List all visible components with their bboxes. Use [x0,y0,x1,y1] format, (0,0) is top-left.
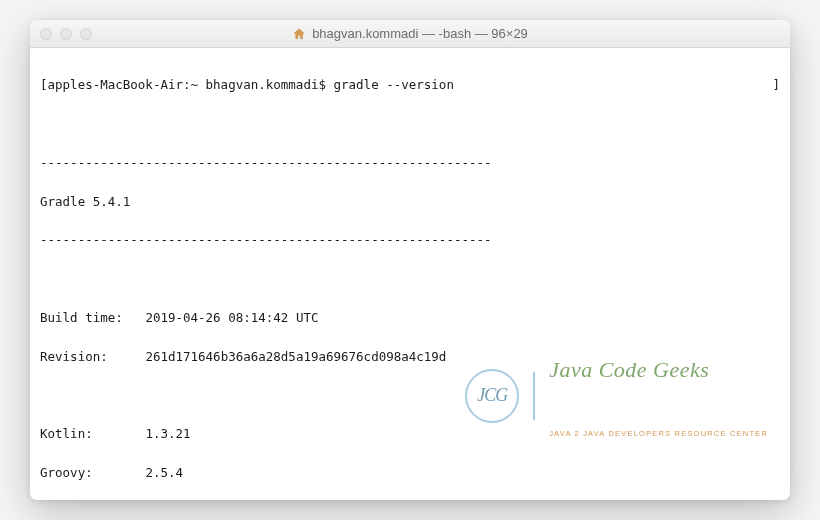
terminal-content[interactable]: [apples-MacBook-Air:~ bhagvan.kommadi$ g… [30,48,790,500]
blank-line [40,114,780,133]
value: 1.3.21 [145,426,190,441]
terminal-window: bhagvan.kommadi — -bash — 96×29 [apples-… [30,20,790,500]
watermark-badge: JCG [465,369,519,423]
value: 2.5.4 [145,465,183,480]
blank-line [40,269,780,288]
window-title-group: bhagvan.kommadi — -bash — 96×29 [292,26,528,41]
gradle-version-line: Gradle 5.4.1 [40,192,780,211]
close-button[interactable] [40,28,52,40]
home-icon [292,27,306,41]
prompt-text: [apples-MacBook-Air:~ bhagvan.kommadi$ [40,77,334,92]
command-text: gradle --version [334,77,454,92]
titlebar: bhagvan.kommadi — -bash — 96×29 [30,20,790,48]
label: Kotlin: [40,426,93,441]
separator-line: ----------------------------------------… [40,153,780,172]
prompt-close-bracket: ] [772,75,780,94]
separator-line: ----------------------------------------… [40,230,780,249]
value: 261d171646b36a6a28d5a19a69676cd098a4c19d [145,349,446,364]
label: Groovy: [40,465,93,480]
watermark-subtitle: JAVA 2 JAVA DEVELOPERS RESOURCE CENTER [549,428,768,440]
value: 2019-04-26 08:14:42 UTC [145,310,318,325]
zoom-button[interactable] [80,28,92,40]
watermark-title: Java Code Geeks [549,353,768,387]
watermark-divider [533,372,535,420]
label: Revision: [40,349,108,364]
label: Build time: [40,310,123,325]
watermark: JCG Java Code Geeks JAVA 2 JAVA DEVELOPE… [465,314,768,478]
minimize-button[interactable] [60,28,72,40]
traffic-lights [40,28,92,40]
window-title: bhagvan.kommadi — -bash — 96×29 [312,26,528,41]
watermark-text: Java Code Geeks JAVA 2 JAVA DEVELOPERS R… [549,314,768,478]
prompt-line-1: [apples-MacBook-Air:~ bhagvan.kommadi$ g… [40,75,780,94]
